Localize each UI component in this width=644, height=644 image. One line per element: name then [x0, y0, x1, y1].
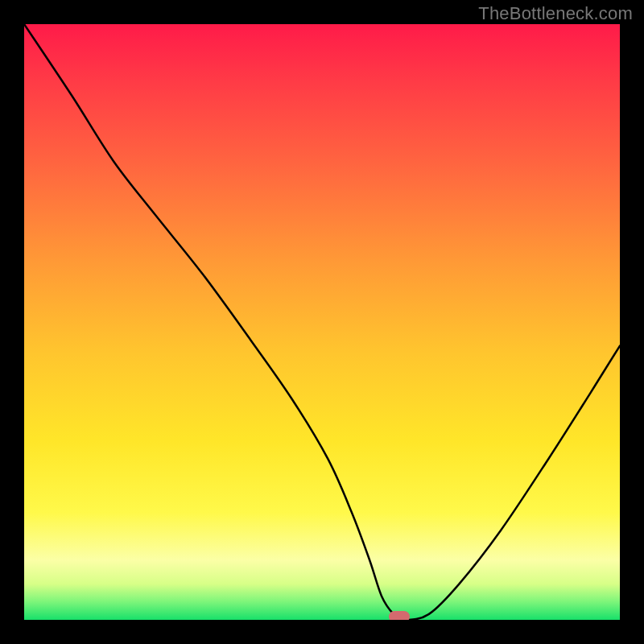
- bottleneck-curve: [24, 24, 620, 620]
- plot-area: [24, 24, 620, 620]
- chart-container: TheBottleneck.com: [0, 0, 644, 644]
- optimal-marker: [389, 611, 410, 620]
- watermark-text: TheBottleneck.com: [478, 3, 633, 24]
